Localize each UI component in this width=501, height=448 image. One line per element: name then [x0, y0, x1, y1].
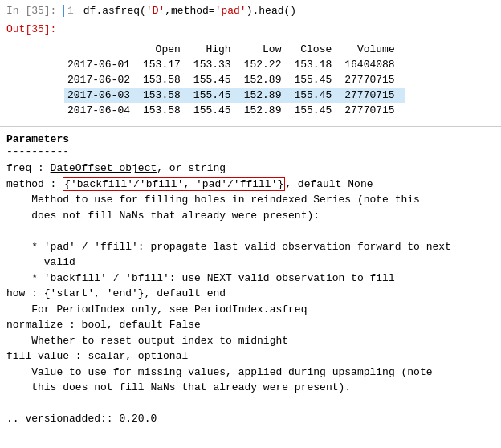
cell-high: 155.45	[190, 72, 241, 88]
freq-underline: DateOffset object	[51, 162, 157, 174]
param-line: * 'pad' / 'ffill': propagate last valid …	[6, 239, 495, 255]
param-line: freq : DateOffset object, or string	[6, 161, 495, 177]
code-head: ).head()	[246, 5, 296, 17]
params-body: freq : DateOffset object, or stringmetho…	[6, 161, 495, 427]
param-line: method : {'backfill'/'bfill', 'pad'/'ffi…	[6, 177, 495, 193]
param-line: normalize : bool, default False	[6, 317, 495, 333]
param-line: For PeriodIndex only, see PeriodIndex.as…	[6, 302, 495, 318]
code-arg1: 'D'	[146, 5, 165, 17]
table-row: 2017-06-02153.58155.45152.89155.45277707…	[64, 72, 405, 88]
cell-date: 2017-06-01	[64, 57, 140, 72]
param-line: this does not fill NaNs that already wer…	[6, 380, 495, 396]
output-table-area: Open High Low Close Volume 2017-06-01153…	[0, 37, 501, 120]
cell-open: 153.17	[140, 57, 190, 72]
cell-date: 2017-06-03	[64, 88, 140, 103]
col-header-date	[64, 42, 140, 57]
table-row: 2017-06-03153.58155.45152.89155.45277707…	[64, 88, 405, 103]
params-title: Parameters	[6, 133, 495, 145]
cell-low: 152.89	[241, 103, 291, 118]
param-line: does not fill NaNs that already were pre…	[6, 208, 495, 224]
col-header-low: Low	[241, 42, 291, 57]
param-line: .. versionadded:: 0.20.0	[6, 411, 495, 427]
cell-input: In [35]: 1 df.asfreq('D',method='pad').h…	[0, 3, 501, 18]
param-line	[6, 223, 495, 239]
col-header-close: Close	[291, 42, 341, 57]
method-boxed: {'backfill'/'bfill', 'pad'/'ffill'}	[63, 177, 285, 191]
table-row: 2017-06-01153.17153.33152.22153.18164040…	[64, 57, 405, 72]
code-arg2: 'pad'	[215, 5, 246, 17]
cell-close: 155.45	[291, 103, 341, 118]
table-header-row: Open High Low Close Volume	[64, 42, 405, 57]
cell-date: 2017-06-02	[64, 72, 140, 88]
cell-low: 152.22	[241, 57, 291, 72]
code-content: df.asfreq('D',method='pad').head()	[84, 5, 495, 17]
params-divider: ----------	[6, 145, 495, 157]
params-section: Parameters ---------- freq : DateOffset …	[0, 126, 501, 434]
cell-open: 153.58	[140, 88, 190, 103]
table-row: 2017-06-04153.58155.45152.89155.45277707…	[64, 103, 405, 118]
cell-high: 155.45	[190, 88, 241, 103]
cell-open: 153.58	[140, 103, 190, 118]
col-header-volume: Volume	[341, 42, 404, 57]
param-line	[6, 396, 495, 412]
param-line: Value to use for missing values, applied…	[6, 365, 495, 381]
cell-volume: 27770715	[341, 72, 404, 88]
cell-low: 152.89	[241, 88, 291, 103]
cell-volume: 27770715	[341, 103, 404, 118]
cell-high: 155.45	[190, 103, 241, 118]
fill-value-underline: scalar	[88, 350, 125, 362]
out-label: Out[35]:	[6, 23, 63, 35]
code-method: ,method=	[165, 5, 214, 17]
param-line: Method to use for filling holes in reind…	[6, 192, 495, 208]
table-body: 2017-06-01153.17153.33152.22153.18164040…	[64, 57, 405, 118]
cell-open: 153.58	[140, 72, 190, 88]
code-df: df.asfreq(	[84, 5, 146, 17]
param-line: fill_value : scalar, optional	[6, 348, 495, 365]
cell-close: 155.45	[291, 88, 341, 103]
param-line: * 'backfill' / 'bfill': use NEXT valid o…	[6, 271, 495, 287]
cell-close: 155.45	[291, 72, 341, 88]
output-table: Open High Low Close Volume 2017-06-01153…	[64, 42, 405, 118]
cell-volume: 16404088	[341, 57, 404, 72]
param-line: valid	[6, 255, 495, 271]
cell-date: 2017-06-04	[64, 103, 140, 118]
param-line: how : {'start', 'end'}, default end	[6, 286, 495, 302]
col-header-open: Open	[140, 42, 190, 57]
cell-volume: 27770715	[341, 88, 404, 103]
notebook-cell: In [35]: 1 df.asfreq('D',method='pad').h…	[0, 0, 501, 123]
line-number: 1	[63, 5, 80, 17]
in-label: In [35]:	[6, 5, 63, 17]
code-line: df.asfreq('D',method='pad').head()	[84, 5, 296, 17]
col-header-high: High	[190, 42, 241, 57]
cell-high: 153.33	[190, 57, 241, 72]
cell-low: 152.89	[241, 72, 291, 88]
param-line: Whether to reset output index to midnigh…	[6, 333, 495, 349]
output-label-row: Out[35]:	[0, 22, 501, 37]
cell-close: 153.18	[291, 57, 341, 72]
